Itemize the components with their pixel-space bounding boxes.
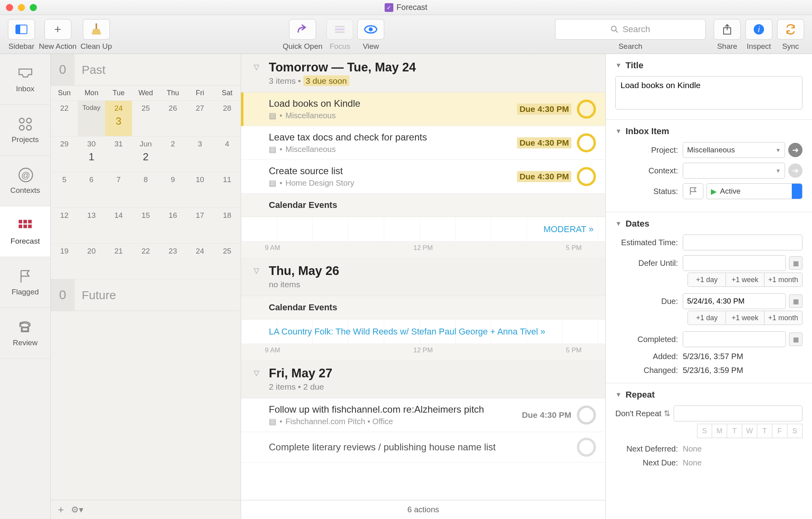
estimated-time-field[interactable] [683, 235, 802, 250]
cal-day[interactable]: 7 [105, 172, 132, 208]
timeline[interactable]: LA Country Folk: The Wild Reeds w/ Stefa… [241, 319, 605, 344]
minimize-window-button[interactable] [18, 4, 25, 11]
cal-day[interactable]: 28 [214, 101, 241, 136]
context-select[interactable]: ▼ [683, 163, 785, 179]
repeat-dow[interactable]: T [727, 424, 742, 438]
disclosure-icon[interactable]: ▽ [254, 369, 259, 377]
cal-day[interactable]: 26 [159, 101, 186, 136]
close-window-button[interactable] [6, 4, 13, 11]
cal-day[interactable]: 17 [186, 208, 213, 243]
task-row[interactable]: Leave tax docs and check for parents ▤ •… [241, 126, 605, 160]
gear-menu[interactable]: ⚙︎▾ [71, 505, 83, 515]
cal-day[interactable]: 2 [159, 136, 186, 172]
repeat-dow[interactable]: S [697, 424, 712, 438]
sidebar-toggle-button[interactable] [8, 19, 35, 40]
cal-day[interactable]: Jun2 [132, 136, 159, 172]
cal-day[interactable]: 301 [78, 136, 105, 172]
cal-day-today[interactable]: Today [78, 101, 105, 136]
timeline-event[interactable]: LA Country Folk: The Wild Reeds w/ Stefa… [269, 327, 545, 337]
cal-day[interactable]: 9 [159, 172, 186, 208]
sync-button[interactable] [777, 19, 804, 40]
task-row[interactable]: Complete literary reviews / publishing h… [241, 432, 605, 463]
defer-plus-week[interactable]: +1 week [726, 273, 764, 287]
inspect-button[interactable]: i [745, 19, 772, 40]
new-action-button[interactable]: + [44, 19, 71, 40]
cal-day[interactable]: 31 [105, 136, 132, 172]
repeat-dow[interactable]: S [787, 424, 802, 438]
sidebar-item-inbox[interactable]: Inbox [0, 54, 50, 105]
cal-day[interactable]: 27 [186, 101, 213, 136]
disclosure-icon[interactable]: ▽ [254, 63, 259, 71]
future-row[interactable]: 0 Future [51, 279, 241, 311]
repeat-mode-select[interactable]: Don't Repeat [615, 409, 661, 418]
focus-button[interactable] [326, 19, 353, 40]
inspector-title-header[interactable]: ▼Title [615, 60, 802, 71]
cal-day[interactable]: 16 [159, 208, 186, 243]
sidebar-item-review[interactable]: Review [0, 308, 50, 359]
repeat-dow[interactable]: T [757, 424, 772, 438]
project-select[interactable]: Miscellaneous▼ [683, 142, 785, 158]
day-section-header[interactable]: ▽ Tomorrow — Tue, May 24 3 items • 3 due… [241, 54, 605, 92]
cal-day[interactable]: 13 [78, 208, 105, 243]
cal-day[interactable]: 23 [159, 244, 186, 279]
repeat-interval-field[interactable] [674, 406, 802, 421]
status-circle[interactable] [577, 100, 596, 119]
status-circle[interactable] [577, 438, 596, 457]
status-select[interactable]: ▶Active [707, 183, 802, 199]
sidebar-item-projects[interactable]: Projects [0, 105, 50, 156]
zoom-window-button[interactable] [30, 4, 37, 11]
cal-day[interactable]: 4 [214, 136, 241, 172]
cal-day[interactable]: 3 [186, 136, 213, 172]
defer-plus-day[interactable]: +1 day [688, 273, 726, 287]
calendar-icon[interactable]: ▦ [789, 256, 802, 270]
inspector-repeat-header[interactable]: ▼Repeat [615, 390, 802, 400]
cal-day[interactable]: 21 [105, 244, 132, 279]
clean-up-button[interactable] [83, 19, 110, 40]
cal-day[interactable]: 6 [78, 172, 105, 208]
status-circle[interactable] [577, 133, 596, 152]
cal-day[interactable]: 19 [51, 244, 78, 279]
calendar-icon[interactable]: ▦ [789, 294, 802, 308]
status-circle[interactable] [577, 167, 596, 186]
flag-toggle[interactable] [683, 183, 703, 199]
cal-day-selected[interactable]: 243 [105, 101, 132, 136]
repeat-dow[interactable]: F [772, 424, 787, 438]
task-row[interactable]: Follow up with fishchannel.com re:Alzhei… [241, 398, 605, 432]
inspector-inbox-header[interactable]: ▼Inbox Item [615, 126, 802, 136]
view-button[interactable] [357, 19, 384, 40]
share-button[interactable] [714, 19, 741, 40]
timeline-event[interactable]: MODERAT » [544, 224, 594, 235]
go-to-project-button[interactable]: ➜ [788, 143, 802, 157]
due-plus-day[interactable]: +1 day [688, 311, 726, 325]
due-plus-month[interactable]: +1 month [764, 311, 802, 325]
cal-day[interactable]: 8 [132, 172, 159, 208]
repeat-dow[interactable]: M [712, 424, 727, 438]
cal-day[interactable]: 20 [78, 244, 105, 279]
defer-until-field[interactable] [683, 255, 786, 271]
day-section-header[interactable]: ▽ Fri, May 27 2 items • 2 due [241, 360, 605, 398]
inspector-dates-header[interactable]: ▼Dates [615, 219, 802, 229]
defer-plus-month[interactable]: +1 month [764, 273, 802, 287]
due-plus-week[interactable]: +1 week [726, 311, 764, 325]
go-to-context-button[interactable]: ➜ [788, 163, 802, 178]
sidebar-item-forecast[interactable]: Forecast [0, 206, 50, 257]
calendar-icon[interactable]: ▦ [789, 333, 802, 346]
cal-day[interactable]: 14 [105, 208, 132, 243]
cal-day[interactable]: 12 [51, 208, 78, 243]
repeat-dow[interactable]: W [742, 424, 757, 438]
cal-day[interactable]: 25 [214, 244, 241, 279]
cal-day[interactable]: 22 [51, 101, 78, 136]
task-row[interactable]: Create source list ▤ • Home Design Story… [241, 160, 605, 194]
disclosure-icon[interactable]: ▽ [254, 266, 259, 275]
completed-field[interactable] [683, 331, 786, 347]
cal-day[interactable]: 24 [186, 244, 213, 279]
cal-day[interactable]: 10 [186, 172, 213, 208]
cal-day[interactable]: 5 [51, 172, 78, 208]
sidebar-item-flagged[interactable]: Flagged [0, 257, 50, 308]
cal-day[interactable]: 15 [132, 208, 159, 243]
title-field[interactable] [615, 76, 802, 110]
sidebar-item-contexts[interactable]: @ Contexts [0, 156, 50, 206]
quick-open-button[interactable] [289, 19, 316, 40]
status-circle[interactable] [577, 406, 596, 425]
cal-day[interactable]: 29 [51, 136, 78, 172]
